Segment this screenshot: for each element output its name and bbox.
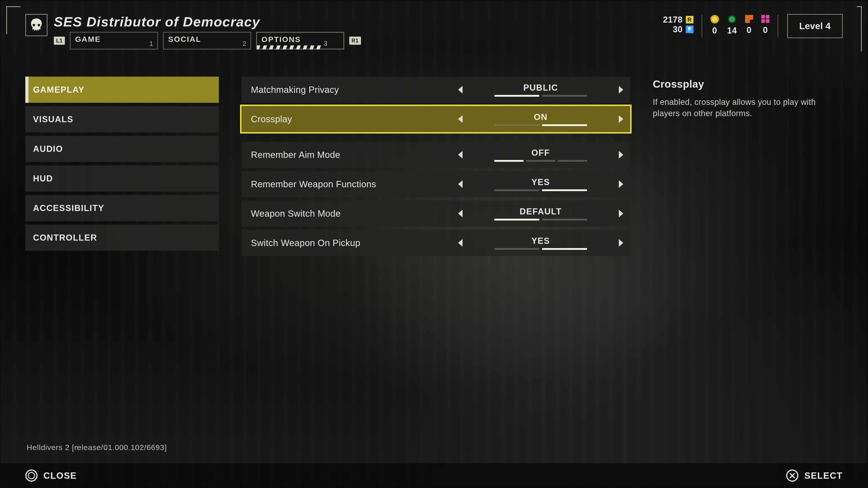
- faction-skull-icon: [25, 14, 48, 36]
- arrow-right-icon[interactable]: [618, 239, 623, 247]
- segment: [494, 95, 539, 97]
- stat-medal: 14: [727, 15, 737, 35]
- setting-value: OFF: [531, 148, 550, 158]
- segment: [494, 248, 539, 250]
- segment: [494, 124, 539, 126]
- segment-bar: [494, 124, 587, 126]
- segment: [494, 189, 539, 191]
- divider: [702, 15, 702, 37]
- sidebar-item-audio[interactable]: AUDIO: [25, 136, 219, 162]
- tab-number: 3: [324, 39, 328, 47]
- tab-number: 2: [243, 40, 246, 47]
- close-label: CLOSE: [43, 470, 77, 481]
- segment-bar: [494, 189, 587, 191]
- ps-cross-icon: [786, 469, 798, 482]
- build-version: Helldivers 2 [release/01.000.102/6693]: [27, 443, 167, 452]
- close-button[interactable]: CLOSE: [25, 469, 77, 482]
- requisition-icon: R: [686, 16, 693, 24]
- segment: [542, 248, 587, 250]
- segment: [558, 160, 587, 162]
- stat-sample-orange: 0: [745, 15, 753, 35]
- segment: [542, 219, 587, 221]
- arrow-left-icon[interactable]: [458, 115, 464, 123]
- setting-label: Remember Weapon Functions: [251, 179, 458, 189]
- arrow-right-icon[interactable]: [618, 151, 623, 159]
- stat-value: 0: [763, 25, 768, 35]
- sidebar-item-label: AUDIO: [33, 144, 63, 154]
- sample-pink-icon: [761, 15, 770, 23]
- ps-circle-icon: [25, 469, 37, 482]
- sidebar-item-label: HUD: [33, 174, 53, 184]
- footer-bar: CLOSE SELECT: [0, 463, 868, 488]
- tab-game[interactable]: GAME1: [70, 32, 158, 50]
- tab-number: 1: [149, 40, 153, 47]
- bumper-r1[interactable]: R1: [349, 37, 361, 45]
- setting-value: YES: [531, 236, 550, 246]
- sidebar-item-visuals[interactable]: VISUALS: [25, 106, 219, 132]
- setting-row-weapon-switch-mode[interactable]: Weapon Switch Mode DEFAULT: [241, 200, 630, 227]
- segment: [542, 95, 587, 97]
- setting-label: Weapon Switch Mode: [251, 208, 458, 219]
- arrow-left-icon[interactable]: [458, 151, 464, 159]
- header: SES Distributor of Democracy L1 GAME1SOC…: [25, 14, 843, 50]
- arrow-right-icon[interactable]: [618, 210, 623, 217]
- segment-bar: [494, 219, 587, 221]
- stat-value: 0: [712, 26, 717, 35]
- sidebar-item-accessibility[interactable]: ACCESSIBILITY: [25, 195, 219, 221]
- stat-sample-pink: 0: [761, 15, 770, 35]
- sidebar-item-controller[interactable]: CONTROLLER: [25, 225, 219, 251]
- tab-label: SOCIAL: [168, 35, 246, 43]
- sidebar-item-hud[interactable]: HUD: [25, 165, 219, 192]
- options-sidebar: GAMEPLAYVISUALSAUDIOHUDACCESSIBILITYCONT…: [25, 76, 219, 256]
- sidebar-item-label: CONTROLLER: [33, 233, 97, 242]
- sidebar-item-label: GAMEPLAY: [33, 85, 85, 95]
- setting-value: PUBLIC: [523, 83, 558, 93]
- sample-orange-icon: [745, 15, 753, 23]
- segment: [494, 219, 539, 221]
- tab-options[interactable]: OPTIONS3: [256, 32, 344, 50]
- arrow-right-icon[interactable]: [618, 86, 623, 94]
- arrow-left-icon[interactable]: [458, 86, 464, 94]
- tab-label: GAME: [75, 35, 153, 43]
- arrow-left-icon[interactable]: [458, 210, 464, 217]
- arrow-left-icon[interactable]: [458, 239, 464, 247]
- arrow-right-icon[interactable]: [618, 115, 623, 123]
- supercredits-icon: [686, 26, 693, 33]
- stat-warbond: 0: [710, 15, 719, 35]
- setting-label: Matchmaking Privacy: [251, 85, 458, 95]
- info-panel: Crossplay If enabled, crossplay allows y…: [653, 76, 843, 256]
- setting-row-remember-aim-mode[interactable]: Remember Aim Mode OFF: [241, 142, 630, 168]
- setting-label: Crossplay: [251, 114, 458, 124]
- info-title: Crossplay: [653, 78, 843, 90]
- requisition-value: 2178: [663, 15, 683, 25]
- settings-list: Matchmaking Privacy PUBLIC Crossplay ON …: [241, 76, 630, 256]
- divider: [778, 15, 778, 37]
- tab-social[interactable]: SOCIAL2: [163, 32, 251, 50]
- setting-label: Remember Aim Mode: [251, 150, 458, 160]
- setting-row-crossplay[interactable]: Crossplay ON: [241, 106, 630, 132]
- setting-value: DEFAULT: [520, 207, 562, 217]
- hud-currencies: 2178R 30 01400 Level 4: [663, 14, 843, 38]
- setting-row-switch-weapon-on-pickup[interactable]: Switch Weapon On Pickup YES: [241, 230, 630, 256]
- select-button[interactable]: SELECT: [786, 469, 843, 482]
- segment-bar: [494, 95, 587, 97]
- level-badge: Level 4: [787, 14, 843, 38]
- medal-icon: [727, 15, 736, 24]
- setting-value: YES: [531, 177, 550, 187]
- tab-active-indicator: [257, 45, 322, 50]
- supercredits-value: 30: [673, 25, 682, 34]
- setting-row-matchmaking-privacy[interactable]: Matchmaking Privacy PUBLIC: [241, 76, 630, 103]
- sidebar-item-gameplay[interactable]: GAMEPLAY: [25, 76, 219, 103]
- stat-value: 0: [747, 25, 752, 35]
- select-label: SELECT: [804, 470, 843, 481]
- warbond-icon: [710, 15, 719, 24]
- segment-bar: [494, 248, 587, 250]
- arrow-right-icon[interactable]: [618, 180, 623, 188]
- setting-label: Switch Weapon On Pickup: [251, 238, 458, 248]
- segment-bar: [494, 160, 587, 162]
- setting-row-remember-weapon-functions[interactable]: Remember Weapon Functions YES: [241, 171, 630, 197]
- bumper-l1[interactable]: L1: [54, 37, 65, 45]
- segment: [542, 124, 587, 126]
- arrow-left-icon[interactable]: [458, 180, 464, 188]
- segment: [494, 160, 524, 162]
